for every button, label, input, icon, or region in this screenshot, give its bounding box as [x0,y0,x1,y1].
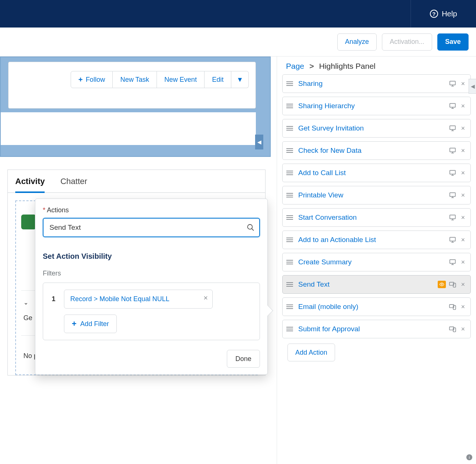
desktop-icon [449,80,456,87]
drag-handle-icon[interactable] [286,213,295,222]
plus-icon: + [78,75,83,84]
tab-activity[interactable]: Activity [15,177,45,193]
add-filter-button[interactable]: + Add Filter [64,315,117,333]
add-action-button[interactable]: Add Action [287,344,335,361]
new-event-button[interactable]: New Event [157,71,205,88]
action-item[interactable]: Email (mobile only)× [282,297,471,316]
action-item[interactable]: Start Conversation× [282,208,471,227]
canvas-collapse-toggle[interactable]: ◀ [255,135,263,149]
visibility-heading: Set Action Visibility [43,252,260,261]
action-item-label: Create Summary [298,258,449,266]
svg-rect-17 [450,193,456,196]
done-button[interactable]: Done [227,350,260,368]
remove-action-icon[interactable]: × [459,169,467,177]
search-icon [247,223,255,232]
panel-collapse-toggle[interactable]: ◀ [469,79,476,94]
new-task-button[interactable]: New Task [113,71,157,88]
remove-action-icon[interactable]: × [459,147,467,154]
drag-handle-icon[interactable] [286,102,295,110]
remove-action-icon[interactable]: × [459,80,467,87]
save-button[interactable]: Save [437,33,469,51]
drag-handle-icon[interactable] [286,280,295,289]
activation-button[interactable]: Activation... [382,33,432,51]
action-item-controls: × [449,169,467,177]
app-top-bar: ? Help [0,0,476,28]
breadcrumb-root[interactable]: Page [286,62,304,70]
desktop-icon [449,102,456,110]
breadcrumb-current: Highlights Panel [319,62,376,70]
device-combined-icon [449,303,456,310]
action-item-controls: × [449,147,467,154]
action-item-controls: × [449,125,467,132]
action-item[interactable]: Create Summary× [282,253,471,271]
action-item[interactable]: Check for New Data× [282,141,471,160]
remove-action-icon[interactable]: × [459,281,467,288]
svg-rect-5 [450,103,456,107]
drag-handle-icon[interactable] [286,124,295,132]
remove-action-icon[interactable]: × [459,214,467,221]
chevron-down-icon: ⌄ [23,299,28,306]
remove-action-icon[interactable]: × [459,125,467,132]
follow-button[interactable]: + Follow [71,71,113,88]
drag-handle-icon[interactable] [286,191,295,199]
analyze-button[interactable]: Analyze [337,33,377,51]
chevron-left-icon: ◀ [257,139,261,145]
remove-action-icon[interactable]: × [459,258,467,266]
drag-handle-icon[interactable] [286,236,295,244]
remove-action-icon[interactable]: × [459,191,467,199]
remove-action-icon[interactable]: × [459,236,467,244]
help-label: Help [442,10,457,18]
action-list: Sharing×Sharing Hierarchy×Get Survey Inv… [277,73,476,463]
svg-rect-8 [450,126,456,129]
action-item-label: Add to Call List [298,169,449,177]
drag-handle-icon[interactable] [286,325,295,333]
canvas-frame: + Follow New Task New Event Edit ▼ ◀ [0,57,271,157]
info-icon[interactable]: i [466,454,472,460]
task-tile-icon [21,215,36,229]
desktop-icon [449,191,456,199]
action-item[interactable]: Add to Call List× [282,164,471,182]
action-item[interactable]: Send Text× [282,275,471,294]
action-item[interactable]: Add to an Actionable List× [282,231,471,249]
filter-chip[interactable]: Record > Mobile Not Equal NULL × [64,290,213,309]
action-item-label: Sharing Hierarchy [298,102,449,110]
remove-action-icon[interactable]: × [459,303,467,310]
svg-line-1 [252,229,254,231]
action-item-label: Submit for Approval [298,325,449,333]
drag-handle-icon[interactable] [286,146,295,155]
action-item-controls: × [449,236,467,244]
action-item-controls: × [449,325,467,333]
action-item[interactable]: Printable View× [282,186,471,204]
action-item[interactable]: Sharing× [282,74,471,93]
action-item-controls: × [449,214,467,221]
action-item-label: Printable View [298,191,449,199]
desktop-icon [449,214,456,221]
remove-action-icon[interactable]: × [459,102,467,110]
action-item-controls: × [438,281,467,288]
remove-filter-icon[interactable]: × [203,294,208,302]
drag-handle-icon[interactable] [286,169,295,177]
tab-chatter[interactable]: Chatter [60,177,87,192]
help-button[interactable]: ? Help [411,0,476,28]
filter-row: 1 Record > Mobile Not Equal NULL × [50,290,253,309]
action-item-controls: × [449,191,467,199]
filters-container: 1 Record > Mobile Not Equal NULL × + Add… [43,283,260,340]
properties-panel: Page > Highlights Panel Sharing×Sharing … [277,57,476,464]
svg-rect-23 [450,237,456,241]
action-item[interactable]: Sharing Hierarchy× [282,97,471,115]
remove-action-icon[interactable]: × [459,325,467,333]
highlights-button-row: + Follow New Task New Event Edit ▼ [71,71,249,88]
action-item-label: Email (mobile only) [298,303,449,311]
chevron-down-icon: ▼ [237,76,243,84]
actions-search-input[interactable] [43,218,260,237]
action-item[interactable]: Get Survey Invitation× [282,119,471,138]
edit-button[interactable]: Edit [205,71,231,88]
action-item-label: Check for New Data [298,146,449,155]
drag-handle-icon[interactable] [286,80,295,88]
action-item[interactable]: Submit for Approval× [282,320,471,338]
more-actions-caret[interactable]: ▼ [231,71,249,88]
drag-handle-icon[interactable] [286,258,295,266]
action-item-controls: × [449,303,467,310]
highlights-card: + Follow New Task New Event Edit ▼ [8,62,256,109]
drag-handle-icon[interactable] [286,303,295,311]
